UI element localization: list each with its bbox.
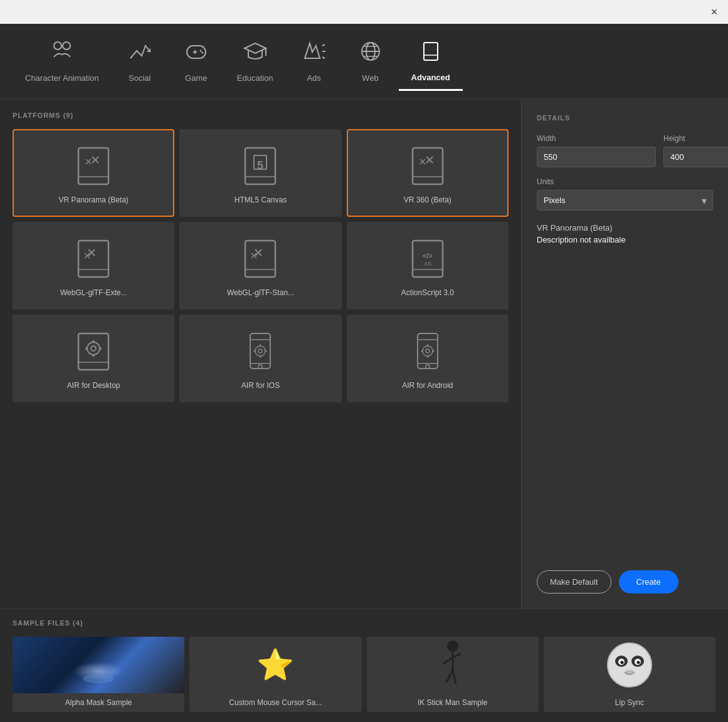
platform-label-html5-canvas: HTML5 Canvas	[235, 196, 287, 204]
nav-label-ads: Ads	[307, 73, 320, 83]
lip-sync-thumb	[544, 637, 715, 693]
platform-card-air-desktop[interactable]: AIR for Desktop	[13, 315, 174, 402]
actionscript-icon: </> AS	[409, 238, 446, 282]
samples-section: SAMPLE FILES (4) Alpha Mask Sample ⭐ Cus…	[0, 609, 728, 722]
title-bar: ×	[0, 0, 728, 24]
svg-point-58	[92, 354, 95, 357]
sample-card-custom-mouse[interactable]: ⭐ Custom Mouse Cursor Sa...	[189, 637, 361, 712]
webgl-ext-icon	[75, 238, 112, 282]
svg-point-57	[92, 340, 95, 343]
webgl-stan-icon	[241, 238, 279, 282]
html5-canvas-icon: 5	[241, 145, 279, 189]
height-input[interactable]	[663, 147, 728, 167]
nav-item-web[interactable]: Web	[342, 32, 399, 90]
svg-point-65	[255, 346, 265, 356]
units-select[interactable]: Pixels Inches Centimeters	[537, 190, 713, 211]
svg-rect-43	[245, 241, 275, 277]
platform-card-actionscript[interactable]: </> AS ActionScript 3.0	[347, 222, 509, 310]
nav-item-advanced[interactable]: Advanced	[399, 31, 463, 91]
nav-item-game[interactable]: Game	[168, 32, 224, 90]
sample-card-alpha-mask[interactable]: Alpha Mask Sample	[13, 637, 184, 712]
description-section: VR Panorama (Beta) Description not avail…	[537, 223, 713, 560]
svg-point-79	[421, 350, 423, 352]
svg-text:</>: </>	[423, 252, 433, 259]
svg-line-85	[446, 670, 453, 683]
social-icon	[128, 39, 152, 68]
nav-label-social: Social	[129, 73, 150, 83]
alpha-mask-thumb	[13, 637, 184, 693]
platforms-section-title: PLATFORMS (9)	[13, 112, 509, 119]
description-text: Description not availbale	[537, 235, 713, 244]
custom-mouse-thumb: ⭐	[189, 637, 361, 693]
advanced-icon	[419, 39, 443, 68]
air-ios-icon	[241, 331, 279, 375]
height-group: Height	[663, 134, 728, 167]
svg-rect-37	[78, 241, 108, 277]
platform-label-air-desktop: AIR for Desktop	[67, 381, 120, 390]
svg-point-88	[608, 643, 652, 687]
svg-point-94	[636, 661, 640, 664]
sample-card-ik-stick-man[interactable]: IK Stick Man Sample	[367, 637, 539, 712]
svg-point-59	[85, 347, 88, 350]
svg-point-66	[258, 349, 262, 353]
platform-label-air-ios: AIR for IOS	[241, 381, 280, 390]
svg-point-7	[201, 52, 203, 54]
platform-label-air-android: AIR for Android	[402, 381, 453, 390]
svg-point-80	[432, 350, 434, 352]
air-desktop-icon	[75, 331, 112, 375]
svg-marker-10	[305, 43, 320, 58]
ik-stick-man-label: IK Stick Man Sample	[367, 693, 539, 712]
top-nav: Character Animation Social	[0, 24, 728, 99]
custom-mouse-label: Custom Mouse Cursor Sa...	[189, 693, 361, 712]
platform-label-webgl-ext: WebGL-glTF-Exte...	[60, 288, 127, 297]
game-icon	[184, 39, 208, 68]
platform-label-vr-panorama: VR Panorama (Beta)	[58, 196, 128, 204]
svg-point-93	[620, 661, 623, 664]
air-android-icon	[409, 331, 446, 375]
vr-panorama-icon	[75, 145, 112, 189]
svg-point-68	[260, 356, 261, 358]
nav-item-social[interactable]: Social	[112, 32, 168, 90]
platform-card-webgl-stan[interactable]: WebGL-glTF-Stan...	[179, 222, 341, 310]
platform-card-vr-panorama[interactable]: VR Panorama (Beta)	[13, 129, 174, 217]
svg-line-86	[453, 670, 456, 684]
action-buttons: Make Default Create	[537, 570, 713, 594]
nav-item-ads[interactable]: Ads	[286, 32, 342, 90]
left-panel: PLATFORMS (9) VR Panorama	[0, 99, 521, 609]
svg-line-84	[453, 654, 461, 657]
close-button[interactable]: ×	[707, 4, 722, 19]
sample-card-lip-sync[interactable]: Lip Sync	[544, 637, 715, 712]
nav-item-education[interactable]: Education	[224, 32, 286, 90]
nav-label-game: Game	[185, 73, 207, 83]
nav-label-education: Education	[237, 73, 273, 83]
content-area: PLATFORMS (9) VR Panorama	[0, 99, 728, 609]
platform-card-air-android[interactable]: AIR for Android	[347, 315, 509, 402]
width-group: Width	[537, 134, 656, 167]
width-label: Width	[537, 134, 656, 143]
web-icon	[359, 39, 382, 68]
svg-point-6	[199, 50, 201, 52]
platform-card-html5-canvas[interactable]: 5 HTML5 Canvas	[179, 129, 341, 217]
nav-item-character-animation[interactable]: Character Animation	[13, 32, 112, 90]
platform-label-vr-360: VR 360 (Beta)	[404, 196, 451, 204]
width-input[interactable]	[537, 147, 656, 167]
platform-card-air-ios[interactable]: AIR for IOS	[179, 315, 341, 402]
units-select-wrapper: Pixels Inches Centimeters	[537, 190, 713, 211]
dimensions-row: Width Height	[537, 134, 713, 167]
nav-label-web: Web	[362, 73, 379, 83]
svg-point-67	[260, 345, 261, 347]
svg-point-76	[426, 349, 430, 353]
svg-rect-31	[413, 148, 443, 184]
svg-point-81	[448, 641, 458, 651]
make-default-button[interactable]: Make Default	[537, 570, 611, 594]
svg-line-13	[322, 57, 325, 58]
platform-card-vr-360[interactable]: VR 360 (Beta)	[347, 129, 509, 217]
main-container: Character Animation Social	[0, 24, 728, 722]
ik-stick-man-thumb	[367, 637, 539, 693]
platform-card-webgl-ext[interactable]: WebGL-glTF-Exte...	[13, 222, 174, 310]
char-anim-icon	[50, 39, 74, 68]
alpha-mask-label: Alpha Mask Sample	[13, 693, 184, 712]
svg-point-1	[63, 42, 70, 50]
create-button[interactable]: Create	[619, 570, 678, 594]
samples-section-title: SAMPLE FILES (4)	[13, 619, 715, 627]
